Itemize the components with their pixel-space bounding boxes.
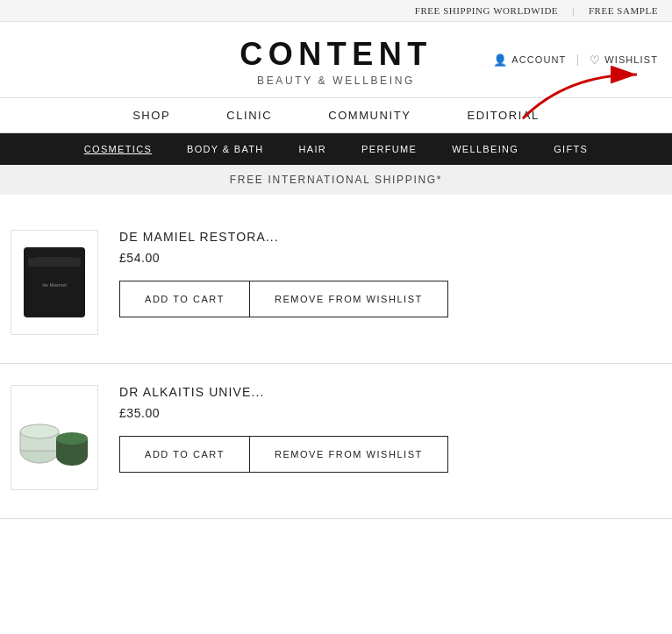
product-image-1: de Mamiel [11,230,98,335]
free-shipping-label: FREE SHIPPING WORLDWIDE [415,5,558,16]
add-to-cart-button-1[interactable]: ADD TO CART [119,281,250,317]
nav-shop[interactable]: SHOP [132,109,170,122]
wishlist-heart-icon: ♡ [590,53,601,67]
product-img-dark-jar: de Mamiel [24,247,85,317]
remove-from-wishlist-button-1[interactable]: REMOVE FROM WISHLIST [250,281,448,317]
promo-text: FREE INTERNATIONAL SHIPPING* [230,174,442,186]
product-name-1: DE MAMIEL RESTORA... [119,230,651,244]
product-actions-1: ADD TO CART REMOVE FROM WISHLIST [119,281,651,317]
product-price-1: £54.00 [119,251,651,265]
svg-text:de Mamiel: de Mamiel [42,282,67,288]
product-actions-2: ADD TO CART REMOVE FROM WISHLIST [119,436,651,473]
account-icon: 👤 [493,53,508,67]
account-label: ACCOUNT [511,54,566,65]
header-nav-divider: | [576,53,579,67]
product-price-2: £35.00 [119,406,651,420]
free-sample-label: FREE SAMPLE [589,5,658,16]
promo-bar: FREE INTERNATIONAL SHIPPING* [0,165,672,195]
cat-nav-cosmetics[interactable]: COSMETICS [67,133,169,165]
header-actions: 👤 ACCOUNT | ♡ WISHLIST [493,53,658,67]
cat-nav-perfume[interactable]: PERFUME [344,133,434,165]
product-details-1: DE MAMIEL RESTORA... £54.00 ADD TO CART … [119,230,651,317]
top-bar: FREE SHIPPING WORLDWIDE | FREE SAMPLE [0,0,672,22]
main-nav: SHOP CLINIC COMMUNITY EDITORIAL [0,98,672,133]
product-name-2: DR ALKAITIS UNIVE... [119,385,651,399]
cat-nav-hair[interactable]: HAIR [282,133,345,165]
wishlist-label: WISHLIST [604,54,658,65]
svg-rect-2 [35,257,74,266]
header: CONTENT BEAUTY & WELLBEING 👤 ACCOUNT | ♡… [0,22,672,98]
product-image-2 [11,385,98,490]
table-row: DR ALKAITIS UNIVE... £35.00 ADD TO CART … [0,364,672,519]
category-nav: COSMETICS BODY & BATH HAIR PERFUME WELLB… [0,133,672,165]
nav-editorial[interactable]: EDITORIAL [467,109,539,122]
product-img-green-jars [15,405,94,471]
svg-point-6 [20,424,59,438]
account-button[interactable]: 👤 ACCOUNT [493,53,566,67]
logo-title: CONTENT [239,36,432,73]
cat-nav-wellbeing[interactable]: WELLBEING [434,133,536,165]
product-list: de Mamiel DE MAMIEL RESTORA... £54.00 AD… [0,195,672,533]
product-details-2: DR ALKAITIS UNIVE... £35.00 ADD TO CART … [119,385,651,473]
wishlist-button[interactable]: ♡ WISHLIST [590,53,658,67]
cat-nav-body-bath[interactable]: BODY & BATH [169,133,281,165]
remove-from-wishlist-button-2[interactable]: REMOVE FROM WISHLIST [250,436,448,473]
table-row: de Mamiel DE MAMIEL RESTORA... £54.00 AD… [0,209,672,364]
add-to-cart-button-2[interactable]: ADD TO CART [119,436,250,473]
logo-subtitle: BEAUTY & WELLBEING [257,75,415,87]
cat-nav-gifts[interactable]: GIFTS [536,133,605,165]
svg-point-9 [56,432,88,445]
nav-clinic[interactable]: CLINIC [226,109,272,122]
nav-community[interactable]: COMMUNITY [328,109,411,122]
top-bar-divider: | [572,5,575,16]
